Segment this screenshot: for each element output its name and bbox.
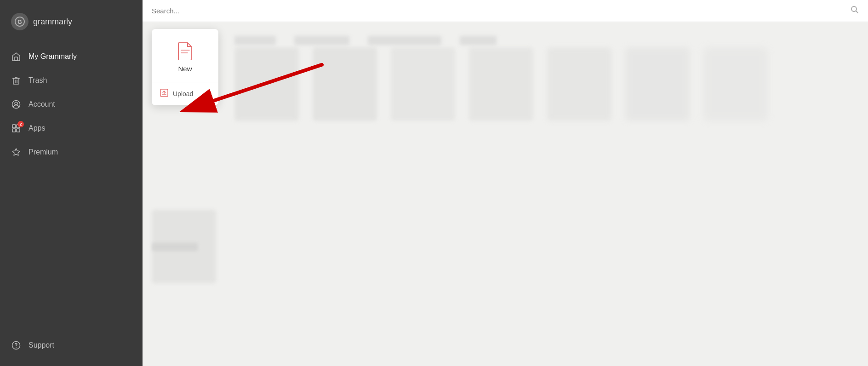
blurred-cards-row (234, 47, 768, 121)
blurred-item (294, 36, 349, 45)
svg-line-15 (856, 11, 858, 13)
sidebar-item-support[interactable]: Support (0, 334, 143, 357)
sidebar-item-trash[interactable]: Trash (0, 69, 143, 92)
blurred-item (234, 36, 276, 45)
sidebar: G grammarly My Grammarly (0, 0, 143, 366)
app-name: grammarly (33, 17, 72, 27)
blurred-item (460, 36, 497, 45)
blurred-card (625, 47, 690, 121)
upload-icon (160, 89, 168, 99)
apps-badge: 2 (17, 121, 24, 127)
help-icon (11, 340, 21, 350)
blurred-card (313, 47, 377, 121)
star-icon (11, 147, 21, 157)
sidebar-item-label: Trash (29, 76, 47, 85)
sidebar-item-label: Apps (29, 124, 45, 132)
content-area: New Upload (143, 22, 868, 366)
blurred-item (368, 36, 441, 45)
search-bar (143, 0, 868, 22)
sidebar-item-label: Support (29, 341, 54, 349)
upload-button[interactable]: Upload (152, 82, 218, 105)
blurred-bottom-cards (152, 210, 216, 283)
svg-point-13 (16, 347, 17, 348)
svg-rect-11 (17, 129, 20, 132)
sidebar-bottom: Support (0, 325, 143, 366)
blurred-card (152, 210, 216, 283)
svg-rect-8 (12, 125, 16, 128)
sidebar-item-premium[interactable]: Premium (0, 141, 143, 164)
account-icon (11, 99, 21, 109)
sidebar-item-my-grammarly[interactable]: My Grammarly (0, 45, 143, 68)
sidebar-nav: My Grammarly Trash (0, 45, 143, 325)
sidebar-item-label: My Grammarly (29, 52, 77, 61)
logo-icon: G (11, 13, 29, 30)
sidebar-item-label: Premium (29, 148, 58, 156)
sidebar-item-label: Account (29, 100, 55, 109)
top-items-row (234, 36, 497, 45)
svg-rect-3 (13, 78, 19, 84)
apps-icon: 2 (11, 123, 21, 133)
blurred-card (547, 47, 611, 121)
sidebar-item-apps[interactable]: 2 Apps (0, 117, 143, 140)
blurred-card (391, 47, 455, 121)
new-document-popup: New Upload (152, 29, 218, 105)
sidebar-item-account[interactable]: Account (0, 93, 143, 116)
svg-text:G: G (17, 19, 22, 25)
trash-icon (11, 75, 21, 86)
search-input[interactable] (152, 7, 846, 15)
blurred-card (469, 47, 533, 121)
svg-rect-10 (12, 129, 16, 132)
home-icon (11, 51, 21, 62)
blurred-card (234, 47, 299, 121)
new-document-button[interactable]: New (152, 29, 218, 82)
search-icon (851, 6, 859, 16)
new-document-icon (177, 42, 193, 60)
blurred-card (703, 47, 768, 121)
new-label: New (178, 65, 192, 73)
main-content: New Upload (143, 0, 868, 366)
sidebar-logo[interactable]: G grammarly (0, 0, 143, 45)
upload-label: Upload (173, 90, 193, 97)
svg-point-7 (15, 102, 17, 105)
svg-rect-2 (15, 57, 17, 61)
